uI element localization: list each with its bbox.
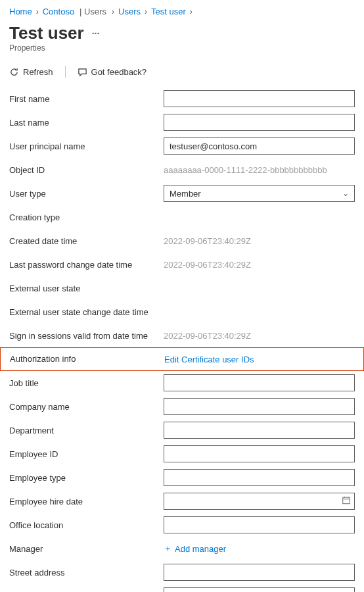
last-password-change-value: 2022-09-06T23:40:29Z xyxy=(164,256,355,273)
created-date-value: 2022-09-06T23:40:29Z xyxy=(164,232,355,249)
breadcrumb-test-user[interactable]: Test user xyxy=(151,7,186,16)
employee-hire-date-input[interactable] xyxy=(164,493,355,510)
user-type-label: User type xyxy=(9,189,164,199)
last-password-change-label: Last password change date time xyxy=(9,260,164,270)
signin-sessions-valid-label: Sign in sessions valid from date time xyxy=(9,331,164,341)
breadcrumb: Home › Contoso | Users › Users › Test us… xyxy=(9,5,355,20)
feedback-icon xyxy=(78,67,87,77)
add-manager-link[interactable]: ＋ Add manager xyxy=(164,543,355,555)
chevron-down-icon: ⌄ xyxy=(342,189,349,198)
edit-certificate-link[interactable]: Edit Certificate user IDs xyxy=(164,355,254,364)
calendar-icon[interactable] xyxy=(342,496,351,507)
field-external-user-state-change: External user state change date time xyxy=(9,300,355,324)
company-name-input[interactable] xyxy=(164,398,355,415)
field-last-name: Last name xyxy=(9,111,355,134)
external-user-state-change-label: External user state change date time xyxy=(9,307,164,317)
svg-rect-0 xyxy=(343,497,350,504)
page-title: Test user ··· xyxy=(9,23,355,43)
field-manager: Manager ＋ Add manager xyxy=(9,537,355,560)
field-upn: User principal name xyxy=(9,134,355,158)
external-user-state-label: External user state xyxy=(9,284,164,293)
job-title-label: Job title xyxy=(9,378,164,388)
field-creation-type: Creation type xyxy=(9,205,355,229)
plus-icon: ＋ xyxy=(164,543,172,555)
breadcrumb-home[interactable]: Home xyxy=(9,7,32,16)
creation-type-label: Creation type xyxy=(9,212,164,222)
refresh-icon xyxy=(9,67,19,77)
breadcrumb-users[interactable]: Users xyxy=(118,7,141,16)
user-type-select[interactable]: Member ⌄ xyxy=(164,185,355,202)
user-type-value: Member xyxy=(170,189,201,199)
employee-id-input[interactable] xyxy=(164,445,355,462)
add-manager-text: Add manager xyxy=(175,544,226,554)
office-location-input[interactable] xyxy=(164,516,355,533)
breadcrumb-suffix: | Users xyxy=(80,7,106,16)
field-company-name: Company name xyxy=(9,395,355,418)
job-title-input[interactable] xyxy=(164,374,355,391)
authorization-info-label: Authorization info xyxy=(10,349,164,369)
field-employee-type: Employee type xyxy=(9,466,355,489)
title-text: Test user xyxy=(9,23,84,43)
office-location-label: Office location xyxy=(9,520,164,530)
field-signin-sessions-valid: Sign in sessions valid from date time 20… xyxy=(9,324,355,347)
refresh-label: Refresh xyxy=(23,67,53,77)
field-last-password-change: Last password change date time 2022-09-0… xyxy=(9,253,355,276)
more-options-button[interactable]: ··· xyxy=(92,28,100,39)
field-city: City xyxy=(9,584,355,592)
last-name-input[interactable] xyxy=(164,114,355,131)
manager-label: Manager xyxy=(9,544,164,554)
upn-input[interactable] xyxy=(164,137,355,155)
street-address-label: Street address xyxy=(9,568,164,578)
feedback-label: Got feedback? xyxy=(91,67,147,77)
field-employee-id: Employee ID xyxy=(9,442,355,466)
employee-hire-date-label: Employee hire date xyxy=(9,497,164,506)
command-bar: Refresh Got feedback? xyxy=(9,62,355,87)
field-department: Department xyxy=(9,418,355,442)
upn-label: User principal name xyxy=(9,141,164,151)
first-name-input[interactable] xyxy=(164,90,355,107)
object-id-label: Object ID xyxy=(9,165,164,175)
object-id-value: aaaaaaaa-0000-1111-2222-bbbbbbbbbbbb xyxy=(164,161,355,178)
first-name-label: First name xyxy=(9,94,164,104)
last-name-label: Last name xyxy=(9,118,164,128)
field-first-name: First name xyxy=(9,87,355,111)
department-input[interactable] xyxy=(164,422,355,439)
field-external-user-state: External user state xyxy=(9,276,355,300)
field-created-date: Created date time 2022-09-06T23:40:29Z xyxy=(9,229,355,253)
city-input[interactable] xyxy=(164,587,355,592)
employee-id-label: Employee ID xyxy=(9,449,164,459)
breadcrumb-contoso[interactable]: Contoso xyxy=(43,7,74,16)
field-object-id: Object ID aaaaaaaa-0000-1111-2222-bbbbbb… xyxy=(9,158,355,182)
field-authorization-info: Authorization info Edit Certificate user… xyxy=(0,347,364,371)
chevron-right-icon: › xyxy=(145,7,147,16)
employee-type-input[interactable] xyxy=(164,469,355,486)
signin-sessions-valid-value: 2022-09-06T23:40:29Z xyxy=(164,327,355,344)
toolbar-divider xyxy=(65,66,66,78)
employee-type-label: Employee type xyxy=(9,473,164,483)
street-address-input[interactable] xyxy=(164,564,355,581)
field-user-type: User type Member ⌄ xyxy=(9,182,355,205)
created-date-label: Created date time xyxy=(9,236,164,246)
field-office-location: Office location xyxy=(9,513,355,537)
field-job-title: Job title xyxy=(9,371,355,395)
feedback-button[interactable]: Got feedback? xyxy=(78,67,147,77)
refresh-button[interactable]: Refresh xyxy=(9,67,53,77)
chevron-right-icon: › xyxy=(112,7,114,16)
department-label: Department xyxy=(9,426,164,435)
properties-form: First name Last name User principal name… xyxy=(9,87,355,592)
chevron-right-icon: › xyxy=(36,7,39,16)
chevron-right-icon: › xyxy=(190,7,193,16)
field-employee-hire-date: Employee hire date xyxy=(9,489,355,513)
page-subtitle: Properties xyxy=(9,43,355,53)
company-name-label: Company name xyxy=(9,402,164,412)
field-street-address: Street address xyxy=(9,560,355,584)
